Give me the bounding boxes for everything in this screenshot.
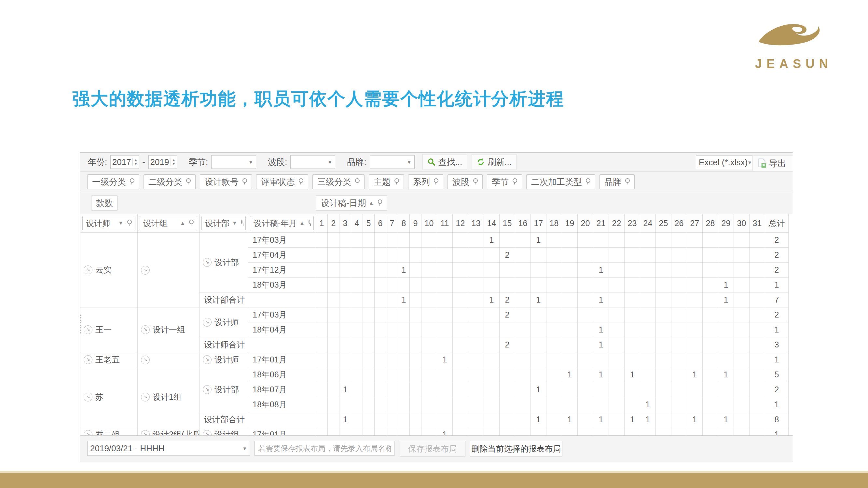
day-column-header[interactable]: 30 [734,214,749,233]
pivot-value-cell [749,412,765,427]
day-column-header[interactable]: 6 [375,214,386,233]
day-column-header[interactable]: 7 [386,214,398,233]
year-to-input[interactable]: 2019 ▲▼ [148,155,177,169]
day-column-header[interactable]: 19 [562,214,578,233]
collapse-icon[interactable]: ↘ [141,393,150,401]
pivot-value-cell [398,248,410,263]
pivot-value-cell: 1 [593,292,609,307]
collapse-icon[interactable]: ↘ [203,355,212,364]
filter-field-chip[interactable]: 系列 [408,174,443,189]
day-column-header[interactable]: 21 [593,214,609,233]
pivot-value-cell [625,352,640,367]
day-column-header[interactable]: 4 [351,214,363,233]
day-column-header[interactable]: 17 [531,214,547,233]
pivot-value-cell [339,427,351,436]
season-select[interactable]: ▼ [211,155,256,169]
day-column-header[interactable]: 20 [578,214,593,233]
pivot-month-cell: 18年04月 [248,322,316,337]
layout-name-input[interactable] [254,441,395,456]
day-column-header[interactable]: 11 [437,214,453,233]
collapse-icon[interactable]: ↘ [141,325,150,334]
export-format-select[interactable]: Excel (*.xlsx) ▼ [696,156,755,169]
filter-field-chip[interactable]: 二级分类 [144,174,195,189]
collapse-icon[interactable]: ↘ [141,430,150,435]
save-layout-button[interactable]: 保存报表布局 [400,441,465,456]
row-field-设计师[interactable]: 设计师▼ [82,216,135,230]
pivot-value-cell [351,382,363,397]
collapse-icon[interactable]: ↘ [84,393,92,401]
collapse-icon[interactable]: ↘ [203,430,212,435]
year-to-spinner[interactable]: ▲▼ [170,158,177,166]
search-button[interactable]: 查找... [423,154,467,170]
row-field-设计组[interactable]: 设计组▲ [140,216,197,230]
collapse-icon[interactable]: ↘ [84,325,92,334]
pivot-total-cell: 1 [765,352,788,367]
collapse-icon[interactable]: ↘ [203,318,212,327]
year-from-input[interactable]: 2017 ▲▼ [110,155,139,169]
day-column-header[interactable]: 1 [316,214,328,233]
day-column-header[interactable]: 3 [339,214,351,233]
filter-field-chip[interactable]: 波段 [447,174,483,189]
pivot-value-cell [328,278,339,292]
day-column-header[interactable]: 15 [500,214,515,233]
day-column-header[interactable]: 18 [547,214,562,233]
filter-field-chip[interactable]: 三级分类 [312,174,365,189]
splitter-handle[interactable] [80,315,81,333]
filter-pin-icon [309,220,310,224]
collapse-icon[interactable]: ↘ [84,265,92,274]
pivot-designer-cell: ↘王老五 [81,352,138,367]
day-column-header[interactable]: 24 [640,214,656,233]
day-column-header[interactable]: 29 [718,214,734,233]
row-field-设计部[interactable]: 设计部▼ [202,216,246,230]
filter-field-chip[interactable]: 评审状态 [256,174,308,189]
filter-field-chip[interactable]: 主题 [369,174,404,189]
pivot-value-cell [386,248,398,263]
day-column-header[interactable]: 25 [656,214,672,233]
filter-field-label: 季节 [492,176,509,188]
day-column-header[interactable]: 10 [422,214,437,233]
collapse-icon[interactable]: ↘ [203,385,212,394]
day-column-header[interactable]: 23 [625,214,640,233]
filter-field-chip[interactable]: 一级分类 [87,174,139,189]
day-column-header[interactable]: 16 [515,214,531,233]
day-column-header[interactable]: 13 [468,214,484,233]
day-column-header[interactable]: 12 [453,214,468,233]
column-field-chip[interactable]: 设计稿-日期 ▲ [316,196,387,210]
refresh-button[interactable]: 刷新... [472,154,517,170]
filter-pin-icon [625,178,630,183]
collapse-icon[interactable]: ↘ [141,266,150,274]
data-field-chip[interactable]: 款数 [91,196,118,210]
pivot-value-cell [562,307,578,322]
pivot-value-cell [386,427,398,436]
collapse-icon[interactable]: ↘ [141,356,150,364]
filter-field-chip[interactable]: 二次加工类型 [526,174,595,189]
day-column-header[interactable]: 9 [410,214,422,233]
filter-field-chip[interactable]: 设计款号 [200,174,252,189]
brand-select[interactable]: ▼ [370,155,415,169]
export-button[interactable]: 导出 [752,156,793,171]
day-column-header[interactable]: 8 [398,214,410,233]
collapse-icon[interactable]: ↘ [203,258,212,267]
pivot-value-cell [593,278,609,292]
pivot-value-cell [500,263,515,278]
day-column-header[interactable]: 31 [749,214,765,233]
day-column-header[interactable]: 5 [363,214,375,233]
day-column-header[interactable]: 27 [687,214,703,233]
row-field-设计稿-年月[interactable]: 设计稿-年月▲ [250,216,314,230]
filter-field-chip[interactable]: 品牌 [599,174,634,189]
day-column-header[interactable]: 14 [484,214,500,233]
pivot-value-cell [316,292,328,307]
band-select[interactable]: ▼ [290,155,335,169]
pivot-value-cell [316,307,328,322]
collapse-icon[interactable]: ↘ [84,430,92,435]
day-column-header[interactable]: 2 [328,214,339,233]
collapse-icon[interactable]: ↘ [84,355,92,364]
delete-layout-button[interactable]: 删除当前选择的报表布局 [470,441,562,456]
day-column-header[interactable]: 22 [609,214,625,233]
year-from-spinner[interactable]: ▲▼ [132,158,138,166]
day-column-header[interactable]: 28 [703,214,718,233]
pivot-value-cell [363,337,375,352]
layout-select[interactable]: 2019/03/21 - HHHH ▼ [87,441,250,456]
day-column-header[interactable]: 26 [672,214,687,233]
filter-field-chip[interactable]: 季节 [487,174,522,189]
